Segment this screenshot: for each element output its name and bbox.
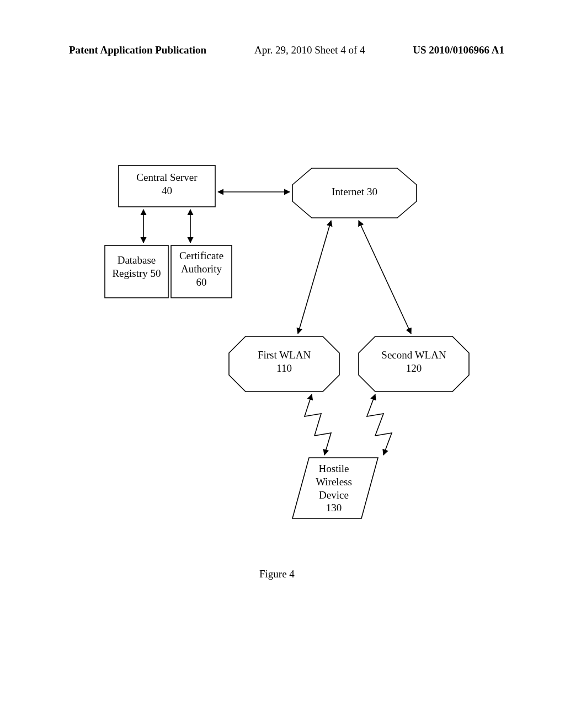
arrow-internet-wlan1 — [298, 221, 331, 334]
arrow-internet-wlan2 — [359, 221, 411, 334]
figure-caption: Figure 4 — [259, 568, 295, 580]
hostile-device-label: HostileWirelessDevice130 — [303, 462, 364, 515]
arrow-wlan2-hostile — [367, 394, 392, 455]
second-wlan-label: Second WLAN120 — [359, 349, 469, 375]
central-server-label: Central Server40 — [119, 171, 215, 197]
certificate-authority-label: CertificateAuthority60 — [171, 249, 232, 288]
first-wlan-label: First WLAN110 — [229, 349, 339, 375]
arrow-wlan1-hostile — [305, 394, 331, 455]
internet-label: Internet 30 — [292, 185, 417, 199]
database-registry-label: DatabaseRegistry 50 — [105, 254, 168, 280]
